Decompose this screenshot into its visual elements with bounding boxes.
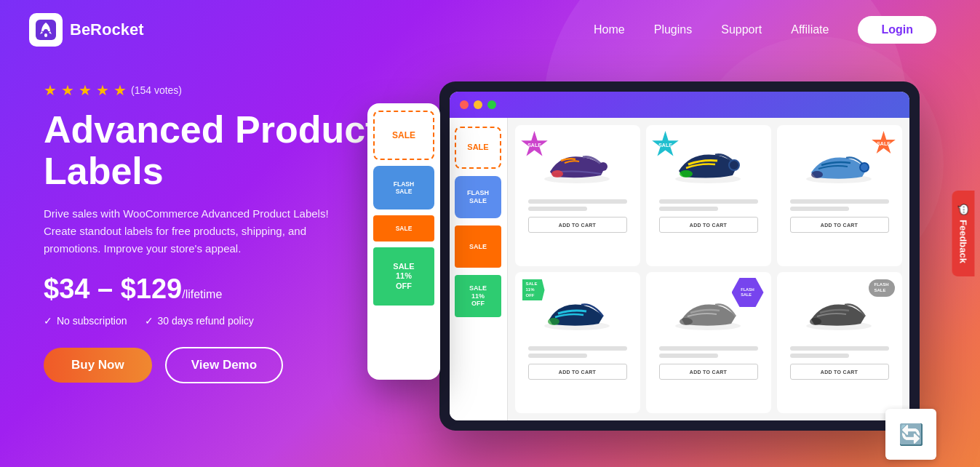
nav-affiliate[interactable]: Affiliate bbox=[791, 23, 829, 36]
tablet-content: SALE FLASHSALE SALE SALE11%OFF bbox=[450, 118, 909, 420]
phone-mockup: SALE FLASHSALE SALE SALE11%OFF bbox=[367, 103, 440, 380]
shoe-svg-6 bbox=[801, 286, 877, 333]
tablet-screen: SALE FLASHSALE SALE SALE11%OFF bbox=[450, 92, 909, 420]
cta-buttons: Buy Now View Demo bbox=[44, 347, 393, 383]
right-column: SALE FLASHSALE SALE SALE11%OFF SALE bbox=[422, 74, 936, 431]
rating-row: ★ ★ ★ ★ ★ (154 votes) bbox=[44, 81, 393, 99]
svg-point-4 bbox=[551, 170, 563, 177]
product-line-8 bbox=[528, 354, 588, 358]
products-grid: SALE bbox=[508, 118, 909, 420]
product-lines-2 bbox=[659, 199, 758, 214]
product-lines-1 bbox=[528, 199, 627, 214]
rocket-icon bbox=[36, 20, 56, 40]
login-button[interactable]: Login bbox=[858, 16, 936, 44]
svg-rect-2 bbox=[44, 33, 47, 37]
svg-point-7 bbox=[680, 170, 693, 177]
titlebar-dot-red bbox=[460, 100, 469, 109]
shoe-svg-3 bbox=[801, 139, 877, 186]
main-nav: Home Plugins Support Affiliate Login bbox=[594, 16, 936, 44]
product-lines-3 bbox=[790, 199, 889, 214]
product-line-4 bbox=[659, 207, 719, 211]
svg-point-17 bbox=[810, 318, 821, 325]
product-line-9 bbox=[659, 346, 758, 351]
phone-label-sale-green: SALE11%OFF bbox=[373, 247, 434, 306]
nav-plugins[interactable]: Plugins bbox=[654, 23, 692, 36]
logo-text: BeRocket bbox=[70, 20, 143, 39]
add-to-cart-btn-2[interactable]: ADD TO CART bbox=[659, 217, 758, 233]
add-to-cart-btn-5[interactable]: ADD TO CART bbox=[659, 364, 758, 380]
product-line-10 bbox=[659, 354, 719, 358]
product-card-1: SALE bbox=[515, 125, 640, 266]
product-line-1 bbox=[528, 199, 627, 204]
product-lines-4 bbox=[528, 346, 627, 361]
product-lines-5 bbox=[659, 346, 758, 361]
product-card-2: SALE bbox=[646, 125, 771, 266]
price-display: $34 – $129/lifetime bbox=[44, 274, 393, 305]
star-3: ★ bbox=[79, 81, 92, 99]
svg-point-8 bbox=[729, 160, 739, 170]
product-img-6: FLASHSALE bbox=[781, 276, 898, 342]
product-img-5: FLASHSALE bbox=[650, 276, 767, 342]
product-lines-6 bbox=[790, 346, 889, 361]
svg-point-1 bbox=[44, 29, 48, 33]
label-item-2: FLASHSALE bbox=[455, 176, 501, 218]
nav-home[interactable]: Home bbox=[594, 23, 625, 36]
add-to-cart-btn-6[interactable]: ADD TO CART bbox=[790, 364, 889, 380]
product-card-6: FLASHSALE bbox=[777, 272, 902, 413]
perk-refund-policy: ✓ 30 days refund policy bbox=[145, 315, 254, 327]
product-card-3: SALE bbox=[777, 125, 902, 266]
buy-now-button[interactable]: Buy Now bbox=[44, 348, 152, 383]
shoe-svg-1 bbox=[539, 139, 616, 186]
product-img-2: SALE bbox=[650, 129, 767, 195]
add-to-cart-btn-3[interactable]: ADD TO CART bbox=[790, 217, 889, 233]
perk-no-subscription: ✓ No subscription bbox=[44, 315, 127, 327]
product-card-4: SALE11%OFF bbox=[515, 272, 640, 413]
label-item-1: SALE bbox=[455, 127, 501, 169]
logo-icon bbox=[29, 13, 63, 47]
titlebar-dot-green bbox=[487, 100, 496, 109]
badge-flash-sale-6: FLASHSALE bbox=[869, 279, 895, 297]
feedback-tab[interactable]: 💬 Feedback bbox=[952, 191, 975, 276]
product-line-11 bbox=[790, 346, 889, 351]
label-item-4: SALE11%OFF bbox=[455, 275, 501, 317]
tablet-mockup: SALE FLASHSALE SALE SALE11%OFF bbox=[439, 81, 920, 431]
product-line-5 bbox=[790, 199, 889, 204]
nav-support[interactable]: Support bbox=[721, 23, 762, 36]
product-line-3 bbox=[659, 199, 758, 204]
product-img-1: SALE bbox=[519, 129, 636, 195]
left-column: ★ ★ ★ ★ ★ (154 votes) Advanced Product L… bbox=[44, 74, 393, 383]
svg-point-13 bbox=[548, 318, 559, 325]
add-to-cart-btn-4[interactable]: ADD TO CART bbox=[528, 364, 627, 380]
titlebar-dot-yellow bbox=[474, 100, 482, 109]
product-line-7 bbox=[528, 346, 627, 351]
label-item-3: SALE bbox=[455, 225, 501, 268]
add-to-cart-btn-1[interactable]: ADD TO CART bbox=[528, 217, 627, 233]
product-img-4: SALE11%OFF bbox=[519, 276, 636, 342]
shoe-svg-4 bbox=[539, 286, 616, 333]
recaptcha-widget: 🔄 bbox=[885, 409, 936, 460]
star-2: ★ bbox=[61, 81, 74, 99]
star-5: ★ bbox=[113, 81, 127, 99]
svg-point-10 bbox=[811, 171, 823, 178]
vote-count: (154 votes) bbox=[131, 84, 182, 96]
star-4: ★ bbox=[96, 81, 109, 99]
product-line-12 bbox=[790, 354, 850, 358]
product-description: Drive sales with WooCommerce Advanced Pr… bbox=[44, 205, 364, 258]
svg-point-5 bbox=[599, 162, 607, 171]
svg-point-11 bbox=[860, 163, 869, 172]
view-demo-button[interactable]: View Demo bbox=[165, 347, 283, 383]
logo[interactable]: BeRocket bbox=[29, 13, 143, 47]
labels-panel: SALE FLASHSALE SALE SALE11%OFF bbox=[450, 118, 508, 420]
check-icon-1: ✓ bbox=[44, 315, 52, 327]
product-line-2 bbox=[528, 207, 588, 211]
product-line-6 bbox=[790, 207, 850, 211]
phone-label-sale-orange: SALE bbox=[373, 215, 434, 242]
shoe-svg-2 bbox=[670, 139, 746, 186]
header: BeRocket Home Plugins Support Affiliate … bbox=[0, 0, 980, 60]
feedback-icon: 💬 bbox=[958, 204, 969, 215]
product-img-3: SALE bbox=[781, 129, 898, 195]
badge-sale-4: SALE11%OFF bbox=[522, 279, 545, 300]
recaptcha-icon: 🔄 bbox=[899, 423, 924, 447]
phone-label-sale-dashed: SALE bbox=[373, 111, 434, 160]
tablet-titlebar bbox=[450, 92, 909, 118]
